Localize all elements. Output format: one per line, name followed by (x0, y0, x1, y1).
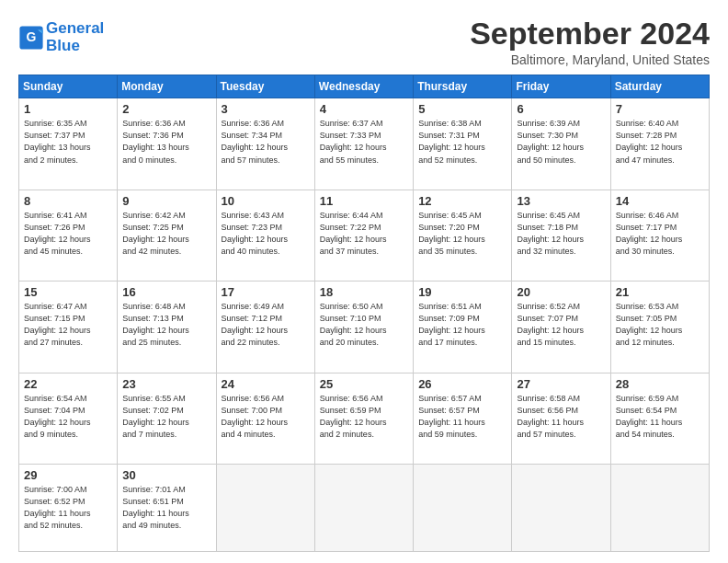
day-number: 23 (122, 377, 210, 391)
col-sunday: Sunday (19, 75, 118, 98)
table-row: 8Sunrise: 6:41 AM Sunset: 7:26 PM Daylig… (19, 190, 118, 281)
col-monday: Monday (118, 75, 216, 98)
day-number: 6 (517, 102, 605, 116)
day-number: 25 (320, 377, 408, 391)
table-row: 5Sunrise: 6:38 AM Sunset: 7:31 PM Daylig… (414, 98, 512, 190)
table-row: 29Sunrise: 7:00 AM Sunset: 6:52 PM Dayli… (19, 465, 118, 552)
day-info: Sunrise: 6:46 AM Sunset: 7:17 PM Dayligh… (616, 210, 704, 258)
day-info: Sunrise: 7:00 AM Sunset: 6:52 PM Dayligh… (24, 484, 112, 532)
table-row: 14Sunrise: 6:46 AM Sunset: 7:17 PM Dayli… (610, 190, 709, 281)
calendar-week-row: 29Sunrise: 7:00 AM Sunset: 6:52 PM Dayli… (19, 465, 710, 552)
table-row: 4Sunrise: 6:37 AM Sunset: 7:33 PM Daylig… (314, 98, 413, 190)
day-number: 26 (418, 377, 506, 391)
day-info: Sunrise: 6:56 AM Sunset: 7:00 PM Dayligh… (222, 393, 310, 441)
header: G General Blue September 2024 Baltimore,… (18, 17, 710, 67)
day-info: Sunrise: 6:44 AM Sunset: 7:22 PM Dayligh… (320, 210, 408, 258)
table-row (216, 465, 314, 552)
day-info: Sunrise: 6:38 AM Sunset: 7:31 PM Dayligh… (418, 118, 506, 166)
table-row: 15Sunrise: 6:47 AM Sunset: 7:15 PM Dayli… (19, 282, 118, 373)
table-row: 12Sunrise: 6:45 AM Sunset: 7:20 PM Dayli… (414, 190, 512, 281)
location: Baltimore, Maryland, United States (470, 52, 710, 67)
table-row: 19Sunrise: 6:51 AM Sunset: 7:09 PM Dayli… (414, 282, 512, 373)
table-row: 28Sunrise: 6:59 AM Sunset: 6:54 PM Dayli… (610, 373, 709, 464)
table-row: 7Sunrise: 6:40 AM Sunset: 7:28 PM Daylig… (610, 98, 709, 190)
col-tuesday: Tuesday (216, 75, 314, 98)
calendar-week-row: 22Sunrise: 6:54 AM Sunset: 7:04 PM Dayli… (19, 373, 710, 464)
day-info: Sunrise: 6:45 AM Sunset: 7:18 PM Dayligh… (517, 210, 605, 258)
day-number: 17 (222, 285, 310, 299)
day-number: 2 (122, 102, 210, 116)
day-info: Sunrise: 7:01 AM Sunset: 6:51 PM Dayligh… (122, 484, 210, 532)
day-info: Sunrise: 6:47 AM Sunset: 7:15 PM Dayligh… (24, 301, 112, 349)
calendar-week-row: 8Sunrise: 6:41 AM Sunset: 7:26 PM Daylig… (19, 190, 710, 281)
day-number: 7 (616, 102, 704, 116)
day-info: Sunrise: 6:59 AM Sunset: 6:54 PM Dayligh… (616, 393, 704, 441)
table-row: 27Sunrise: 6:58 AM Sunset: 6:56 PM Dayli… (512, 373, 610, 464)
day-number: 18 (320, 285, 408, 299)
day-number: 19 (418, 285, 506, 299)
calendar-week-row: 1Sunrise: 6:35 AM Sunset: 7:37 PM Daylig… (19, 98, 710, 190)
svg-text:G: G (27, 29, 37, 44)
day-info: Sunrise: 6:40 AM Sunset: 7:28 PM Dayligh… (616, 118, 704, 166)
title-block: September 2024 Baltimore, Maryland, Unit… (470, 17, 710, 67)
table-row (414, 465, 512, 552)
day-number: 5 (418, 102, 506, 116)
day-number: 10 (222, 194, 310, 208)
table-row: 22Sunrise: 6:54 AM Sunset: 7:04 PM Dayli… (19, 373, 118, 464)
day-info: Sunrise: 6:48 AM Sunset: 7:13 PM Dayligh… (122, 301, 210, 349)
table-row: 26Sunrise: 6:57 AM Sunset: 6:57 PM Dayli… (414, 373, 512, 464)
table-row (512, 465, 610, 552)
table-row: 1Sunrise: 6:35 AM Sunset: 7:37 PM Daylig… (19, 98, 118, 190)
page: G General Blue September 2024 Baltimore,… (0, 0, 728, 563)
calendar-table: Sunday Monday Tuesday Wednesday Thursday… (18, 75, 710, 552)
table-row: 17Sunrise: 6:49 AM Sunset: 7:12 PM Dayli… (216, 282, 314, 373)
day-info: Sunrise: 6:57 AM Sunset: 6:57 PM Dayligh… (418, 393, 506, 441)
table-row: 11Sunrise: 6:44 AM Sunset: 7:22 PM Dayli… (314, 190, 413, 281)
day-info: Sunrise: 6:58 AM Sunset: 6:56 PM Dayligh… (517, 393, 605, 441)
day-info: Sunrise: 6:56 AM Sunset: 6:59 PM Dayligh… (320, 393, 408, 441)
day-number: 28 (616, 377, 704, 391)
day-info: Sunrise: 6:52 AM Sunset: 7:07 PM Dayligh… (517, 301, 605, 349)
logo-line2: Blue (46, 37, 80, 54)
table-row: 25Sunrise: 6:56 AM Sunset: 6:59 PM Dayli… (314, 373, 413, 464)
day-number: 20 (517, 285, 605, 299)
table-row: 10Sunrise: 6:43 AM Sunset: 7:23 PM Dayli… (216, 190, 314, 281)
table-row: 2Sunrise: 6:36 AM Sunset: 7:36 PM Daylig… (118, 98, 216, 190)
table-row: 18Sunrise: 6:50 AM Sunset: 7:10 PM Dayli… (314, 282, 413, 373)
day-number: 30 (122, 468, 210, 482)
day-info: Sunrise: 6:37 AM Sunset: 7:33 PM Dayligh… (320, 118, 408, 166)
day-number: 8 (24, 194, 112, 208)
table-row: 20Sunrise: 6:52 AM Sunset: 7:07 PM Dayli… (512, 282, 610, 373)
day-number: 27 (517, 377, 605, 391)
day-number: 1 (24, 102, 112, 116)
table-row: 16Sunrise: 6:48 AM Sunset: 7:13 PM Dayli… (118, 282, 216, 373)
day-number: 15 (24, 285, 112, 299)
table-row: 24Sunrise: 6:56 AM Sunset: 7:00 PM Dayli… (216, 373, 314, 464)
day-info: Sunrise: 6:42 AM Sunset: 7:25 PM Dayligh… (122, 210, 210, 258)
day-info: Sunrise: 6:43 AM Sunset: 7:23 PM Dayligh… (222, 210, 310, 258)
day-number: 13 (517, 194, 605, 208)
day-number: 3 (222, 102, 310, 116)
month-title: September 2024 (470, 17, 710, 51)
logo: G General Blue (18, 20, 104, 54)
table-row: 23Sunrise: 6:55 AM Sunset: 7:02 PM Dayli… (118, 373, 216, 464)
day-info: Sunrise: 6:54 AM Sunset: 7:04 PM Dayligh… (24, 393, 112, 441)
col-saturday: Saturday (610, 75, 709, 98)
logo-text: General Blue (46, 20, 104, 54)
table-row: 30Sunrise: 7:01 AM Sunset: 6:51 PM Dayli… (118, 465, 216, 552)
day-info: Sunrise: 6:55 AM Sunset: 7:02 PM Dayligh… (122, 393, 210, 441)
day-number: 24 (222, 377, 310, 391)
table-row (314, 465, 413, 552)
day-number: 16 (122, 285, 210, 299)
table-row: 3Sunrise: 6:36 AM Sunset: 7:34 PM Daylig… (216, 98, 314, 190)
day-info: Sunrise: 6:51 AM Sunset: 7:09 PM Dayligh… (418, 301, 506, 349)
day-number: 12 (418, 194, 506, 208)
day-number: 22 (24, 377, 112, 391)
day-number: 21 (616, 285, 704, 299)
logo-icon: G (18, 25, 44, 51)
day-info: Sunrise: 6:53 AM Sunset: 7:05 PM Dayligh… (616, 301, 704, 349)
day-info: Sunrise: 6:35 AM Sunset: 7:37 PM Dayligh… (24, 118, 112, 166)
table-row: 9Sunrise: 6:42 AM Sunset: 7:25 PM Daylig… (118, 190, 216, 281)
col-wednesday: Wednesday (314, 75, 413, 98)
day-info: Sunrise: 6:39 AM Sunset: 7:30 PM Dayligh… (517, 118, 605, 166)
